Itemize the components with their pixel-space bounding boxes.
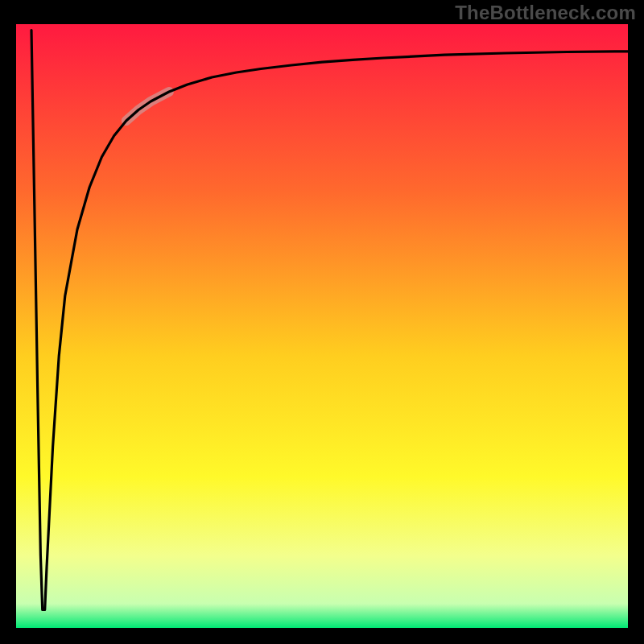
plot-area (16, 24, 628, 628)
chart-svg (0, 0, 644, 644)
chart-frame: TheBottleneck.com (0, 0, 644, 644)
